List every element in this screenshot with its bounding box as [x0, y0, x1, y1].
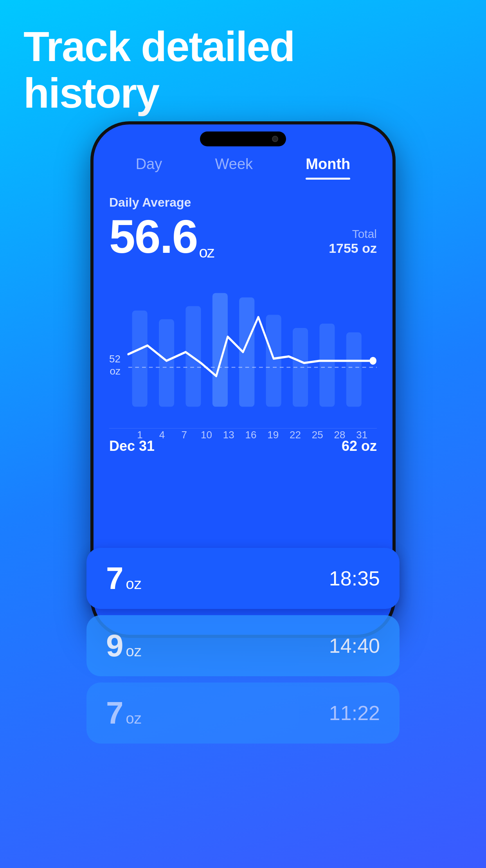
x-label-10: 10	[195, 429, 218, 441]
x-label-4: 4	[151, 429, 173, 441]
x-label-7: 7	[173, 429, 195, 441]
stats-section: Daily Average 56.6oz Total 1755 oz	[109, 191, 377, 268]
phone-mockup: Day Week Month Daily Average 56.6oz Tota…	[90, 121, 396, 771]
entry-card-2[interactable]: 7oz 11:22	[86, 683, 400, 744]
tab-month[interactable]: Month	[306, 156, 350, 180]
entry-time-0: 18:35	[329, 567, 380, 590]
entry-cards: 7oz 18:35 9oz 14:40 7oz 11:22	[86, 548, 400, 750]
total-label: Total	[329, 227, 377, 241]
daily-avg-label: Daily Average	[109, 195, 377, 210]
entry-amount-2: 7oz	[106, 697, 142, 729]
svg-rect-8	[346, 332, 362, 407]
entry-amount-0: 7oz	[106, 563, 142, 594]
svg-rect-5	[266, 315, 281, 407]
chart-svg	[109, 276, 377, 424]
entry-amount-1: 9oz	[106, 630, 142, 661]
entry-time-1: 14:40	[329, 634, 380, 657]
chart-container: 52 oz	[109, 276, 377, 424]
main-value: 56.6	[109, 210, 198, 263]
svg-point-10	[369, 357, 376, 365]
chart-x-labels: 1 4 7 10 13 16 19 22 25 28 31	[109, 429, 377, 441]
main-value-block: 56.6oz	[109, 213, 214, 260]
total-block: Total 1755 oz	[329, 227, 377, 260]
headline: Track detailed history	[23, 23, 463, 117]
phone-notch	[200, 131, 286, 146]
entry-card-1[interactable]: 9oz 14:40	[86, 615, 400, 676]
x-label-28: 28	[329, 429, 351, 441]
x-label-22: 22	[284, 429, 306, 441]
headline-line1: Track detailed	[23, 23, 463, 70]
x-label-31: 31	[351, 429, 373, 441]
svg-rect-1	[159, 319, 174, 407]
tab-day[interactable]: Day	[136, 156, 162, 180]
svg-rect-7	[319, 324, 335, 407]
entry-card-0[interactable]: 7oz 18:35	[86, 548, 400, 609]
period-tabs: Day Week Month	[109, 156, 377, 180]
x-label-19: 19	[262, 429, 284, 441]
entry-time-2: 11:22	[329, 701, 380, 725]
main-unit: oz	[199, 243, 214, 261]
x-label-25: 25	[306, 429, 329, 441]
headline-line2: history	[23, 70, 463, 117]
total-value: 1755 oz	[329, 241, 377, 256]
x-label-13: 13	[218, 429, 240, 441]
chart-y-label: 52 oz	[109, 353, 121, 377]
front-camera	[272, 136, 278, 142]
tab-week[interactable]: Week	[215, 156, 253, 180]
svg-rect-0	[132, 310, 148, 407]
x-label-16: 16	[240, 429, 262, 441]
svg-rect-4	[239, 297, 254, 407]
svg-rect-3	[212, 293, 228, 407]
stats-row: 56.6oz Total 1755 oz	[109, 213, 377, 260]
x-label-1: 1	[129, 429, 151, 441]
